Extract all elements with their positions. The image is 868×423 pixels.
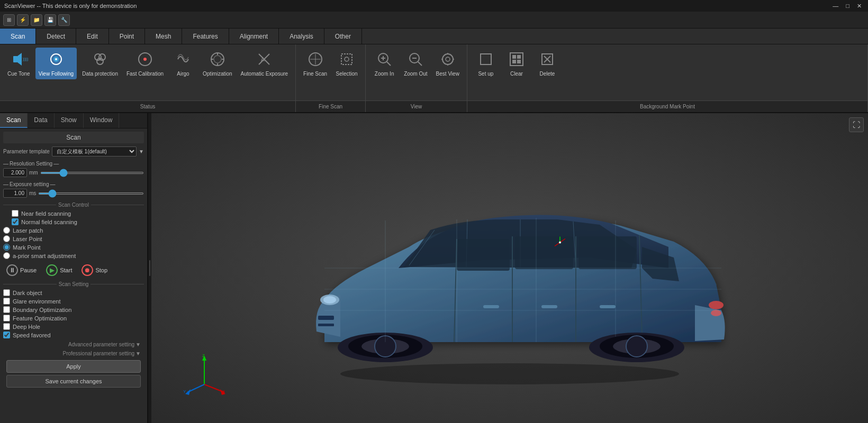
menu-scan[interactable]: Scan	[0, 29, 36, 44]
tab-data[interactable]: Data	[28, 113, 54, 128]
mark-point-radio[interactable]	[3, 244, 10, 251]
deep-hole-checkbox[interactable]	[3, 323, 10, 330]
ribbon-section-status: )))) Cue Tone View Following	[0, 44, 296, 112]
ribbon-btn-fast-calibration[interactable]: Fast Calibration	[123, 48, 167, 79]
ribbon-btn-fine-scan[interactable]: Fine Scan	[300, 48, 330, 79]
svg-point-47	[340, 363, 679, 384]
feature-optimization-checkbox[interactable]	[3, 315, 10, 321]
exposure-value-input[interactable]	[3, 189, 27, 198]
start-button[interactable]: ▶ Start	[43, 262, 75, 278]
resolution-slider[interactable]	[40, 172, 144, 174]
optimization-label: Optimization	[203, 71, 232, 77]
ribbon-btn-cue-tone[interactable]: )))) Cue Tone	[4, 48, 33, 79]
a-prior-row: a-prior smart adjustment	[3, 252, 144, 259]
speed-favored-label[interactable]: Speed favored	[13, 332, 51, 338]
ribbon-label-fine-scan: Fine Scan	[296, 100, 365, 112]
ribbon-btn-airgo[interactable]: Airgo	[169, 48, 197, 79]
laser-patch-radio[interactable]	[3, 227, 10, 234]
maximize-button[interactable]: □	[844, 3, 852, 10]
ribbon-btn-automatic-exposure[interactable]: A Automatic Exposure	[238, 48, 292, 79]
viewport-expand-button[interactable]: ⛶	[849, 117, 864, 132]
laser-point-label[interactable]: Laser Point	[13, 236, 42, 242]
boundary-optimization-checkbox[interactable]	[3, 306, 10, 313]
ribbon-btn-set-up[interactable]: Set up	[472, 48, 500, 79]
menu-mesh[interactable]: Mesh	[145, 29, 182, 44]
boundary-optimization-label[interactable]: Boundary Optimization	[13, 307, 71, 313]
iconbar-btn-lightning[interactable]: ⚡	[17, 14, 29, 26]
menu-detect[interactable]: Detect	[36, 29, 76, 44]
minimize-button[interactable]: —	[830, 3, 840, 10]
glare-environment-label[interactable]: Glare environment	[13, 298, 61, 305]
parameter-template-select[interactable]: 自定义模板 1(default)	[52, 146, 137, 157]
dark-object-label[interactable]: Dark object	[13, 290, 42, 296]
iconbar-btn-folder[interactable]: 📁	[31, 14, 42, 26]
glare-environment-row: Glare environment	[3, 298, 144, 305]
glare-environment-checkbox[interactable]	[3, 298, 10, 305]
menu-alignment[interactable]: Alignment	[229, 29, 279, 44]
svg-rect-60	[541, 305, 557, 308]
ribbon-btn-optimization[interactable]: Optimization	[200, 48, 236, 79]
dark-object-checkbox[interactable]	[3, 289, 10, 296]
professional-param-link[interactable]: Professional parameter setting ▼	[3, 349, 144, 358]
feature-optimization-row: Feature Optimization	[3, 315, 144, 321]
ribbon-btn-delete[interactable]: Delete	[533, 48, 562, 79]
scan-setting-label: Scan Setting	[59, 281, 89, 287]
fine-scan-icon	[306, 50, 325, 69]
deep-hole-label[interactable]: Deep Hole	[13, 324, 40, 330]
iconbar-btn-grid[interactable]: ⊞	[3, 14, 15, 26]
menu-analysis[interactable]: Analysis	[279, 29, 324, 44]
a-prior-radio[interactable]	[3, 252, 10, 259]
apply-button[interactable]: Apply	[6, 360, 141, 373]
normal-field-label[interactable]: Normal field scanning	[21, 219, 77, 225]
professional-param-label: Professional parameter setting	[62, 351, 134, 356]
automatic-exposure-label: Automatic Exposure	[241, 71, 288, 77]
menu-features[interactable]: Features	[182, 29, 229, 44]
svg-rect-62	[318, 316, 334, 320]
normal-field-checkbox[interactable]	[12, 218, 19, 225]
svg-text:X: X	[222, 389, 225, 394]
near-field-label[interactable]: Near field scanning	[21, 210, 71, 217]
professional-chevron-icon: ▼	[135, 351, 141, 356]
iconbar-btn-save[interactable]: 💾	[44, 14, 56, 26]
menu-point[interactable]: Point	[109, 29, 145, 44]
a-prior-label[interactable]: a-prior smart adjustment	[13, 253, 76, 259]
fast-calibration-icon	[135, 50, 155, 69]
save-button[interactable]: Save current changes	[6, 375, 141, 388]
mark-point-label[interactable]: Mark Point	[13, 244, 41, 251]
scan-control-label: Scan Control	[58, 202, 89, 208]
speed-favored-checkbox[interactable]	[3, 332, 10, 338]
scan-control-buttons: ⏸ Pause ▶ Start ⏺ Stop	[3, 262, 144, 278]
tab-scan[interactable]: Scan	[0, 113, 28, 128]
data-protection-label: Data protection	[82, 71, 118, 77]
tab-show[interactable]: Show	[55, 113, 84, 128]
menu-edit[interactable]: Edit	[76, 29, 109, 44]
advanced-param-link[interactable]: Advanced parameter setting ▼	[3, 340, 144, 349]
ribbon-btn-best-view[interactable]: Best View	[433, 48, 463, 79]
ribbon-label-background-mark: Background Mark Point	[467, 100, 867, 112]
menu-other[interactable]: Other	[324, 29, 362, 44]
svg-marker-88	[185, 389, 191, 395]
exposure-slider[interactable]	[38, 192, 144, 195]
near-field-checkbox[interactable]	[12, 210, 19, 217]
panel-content: Scan Parameter template 自定义模板 1(default)…	[0, 128, 147, 423]
ribbon-btn-zoom-out[interactable]: Zoom Out	[401, 48, 430, 79]
ribbon-btn-data-protection[interactable]: Data protection	[79, 48, 121, 79]
exposure-slider-row: ms	[3, 189, 144, 198]
feature-optimization-label[interactable]: Feature Optimization	[13, 315, 67, 321]
stop-button[interactable]: ⏺ Stop	[78, 262, 111, 278]
iconbar-btn-settings[interactable]: 🔧	[58, 14, 70, 26]
svg-point-65	[323, 296, 336, 304]
pause-button[interactable]: ⏸ Pause	[3, 262, 40, 278]
close-button[interactable]: ✕	[855, 3, 864, 10]
ribbon-btn-clear[interactable]: Clear	[502, 48, 531, 79]
resolution-value-input[interactable]	[3, 168, 27, 177]
parameter-template-label: Parameter template	[3, 149, 50, 154]
tab-window[interactable]: Window	[84, 113, 120, 128]
laser-patch-label[interactable]: Laser patch	[13, 227, 43, 234]
ribbon-btn-view-following[interactable]: View Following	[35, 48, 77, 79]
zoom-in-icon	[375, 50, 394, 69]
viewport[interactable]: ⛶	[151, 113, 868, 423]
laser-point-radio[interactable]	[3, 235, 10, 242]
ribbon-btn-zoom-in[interactable]: Zoom In	[370, 48, 399, 79]
ribbon-btn-selection[interactable]: Selection	[332, 48, 361, 79]
